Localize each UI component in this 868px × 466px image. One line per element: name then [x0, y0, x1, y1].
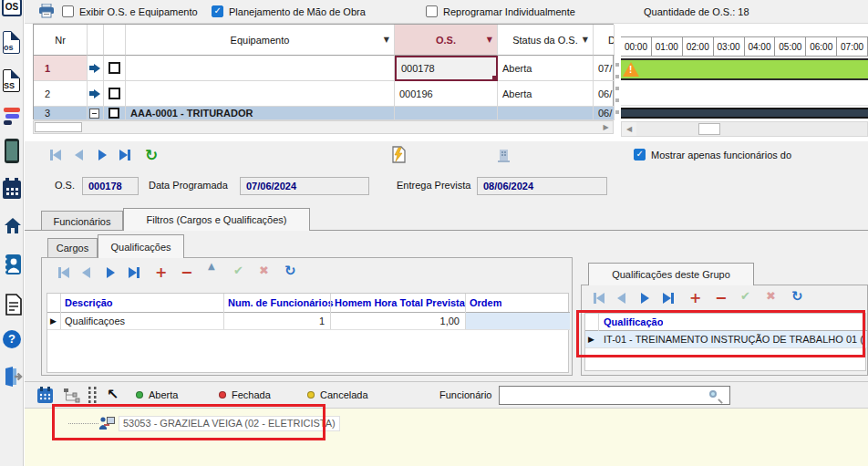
exibir-os-checkbox[interactable] — [62, 5, 74, 17]
funcionario-search-input[interactable] — [499, 386, 730, 405]
panel-nav-last[interactable] — [129, 267, 140, 278]
row3-os[interactable] — [395, 107, 498, 120]
row2-equipamento[interactable] — [126, 81, 395, 107]
scrollbar-thumb[interactable] — [35, 122, 82, 132]
grupo-nav-last[interactable] — [663, 293, 674, 304]
header-homem-hora[interactable]: Homem Hora Total Prevista — [335, 297, 465, 308]
grupo-row[interactable]: ▶ IT-01 - TREINAMENTO INSTRUÇÃO DE TRABA… — [585, 331, 867, 347]
grid-hscrollbar[interactable]: ▶ — [33, 120, 614, 134]
contact-card-icon[interactable] — [3, 254, 23, 277]
row3-equipamento[interactable]: AAA-0001 - TRITURADOR — [126, 107, 395, 120]
cell-ordem[interactable] — [466, 313, 570, 329]
mostrar-funcionarios-checkbox[interactable] — [634, 149, 646, 161]
exit-icon[interactable] — [3, 367, 23, 388]
cancel-button[interactable]: ✖ — [259, 264, 269, 277]
row3-nr[interactable]: 3 — [34, 107, 88, 120]
timeline-hscrollbar[interactable]: ◀ — [621, 121, 868, 137]
cell-qualificacao[interactable]: IT-01 - TREINAMENTO INSTRUÇÃO DE TRABALH… — [604, 334, 865, 345]
entrega-prevista-field[interactable]: 08/06/2024 — [477, 177, 607, 195]
reprogramar-checkbox[interactable] — [426, 5, 438, 17]
subtab-qualificacoes[interactable]: Qualificações — [98, 234, 184, 258]
row2-nr[interactable]: 2 — [34, 81, 88, 107]
tree-item-funcionario[interactable]: 53053 - GRAZIELA VEIGA (02 - ELETRICISTA… — [119, 416, 340, 431]
row1-check-cell[interactable] — [104, 56, 126, 81]
dropdown-icon[interactable]: ▼ — [384, 36, 389, 44]
header-descricao[interactable]: Descrição — [65, 297, 113, 308]
row-checkbox[interactable] — [108, 108, 119, 119]
grupo-add-button[interactable]: + — [689, 289, 701, 306]
cell-num-funcionarios[interactable]: 1 — [223, 316, 325, 326]
ss-document-icon[interactable]: SS — [3, 69, 20, 92]
planejamento-checkbox[interactable] — [212, 5, 223, 17]
help-icon[interactable]: ? — [3, 330, 21, 348]
os-document-icon[interactable]: os — [3, 31, 20, 54]
tab-filtros[interactable]: Filtros (Cargos e Qualificações) — [123, 208, 310, 231]
col-header-check[interactable] — [104, 25, 126, 56]
cell-handle[interactable] — [492, 76, 497, 80]
row1-equipamento[interactable] — [126, 56, 395, 81]
col-header-arrow[interactable] — [88, 25, 104, 56]
row1-nr[interactable]: 1 — [34, 56, 88, 81]
nav-previous-button[interactable] — [75, 150, 83, 161]
row3-collapse-cell[interactable] — [88, 107, 104, 120]
row2-os[interactable]: 000196 — [395, 81, 498, 107]
row2-arrow-cell[interactable] — [88, 81, 104, 107]
grupo-nav-first[interactable] — [594, 293, 604, 304]
row1-date[interactable]: 07/ — [594, 56, 615, 81]
row-checkbox[interactable] — [108, 88, 120, 99]
move-up-button[interactable]: ▲ — [208, 261, 215, 271]
scrollbar-thumb[interactable] — [698, 123, 720, 135]
refresh-grid-button[interactable]: ↻ — [284, 263, 296, 279]
new-document-icon[interactable] — [392, 146, 406, 165]
col-header-nr[interactable]: Nr — [34, 25, 88, 56]
collapse-icon[interactable] — [89, 109, 99, 119]
row3-check-cell[interactable] — [104, 107, 126, 120]
vertical-splitter[interactable] — [615, 55, 620, 137]
header-qualificacao[interactable]: Qualificação — [604, 316, 663, 327]
os-badge-icon[interactable]: OS — [2, 0, 22, 16]
col-header-status[interactable]: Status da O.S. ▼ — [498, 25, 594, 56]
cell-homem-hora[interactable]: 1,00 — [330, 316, 460, 326]
document-icon[interactable] — [4, 294, 24, 317]
confirm-button[interactable]: ✔ — [233, 264, 243, 277]
phone-icon[interactable] — [5, 139, 19, 163]
panel-nav-previous[interactable] — [82, 267, 90, 278]
building-icon[interactable] — [497, 149, 511, 164]
calendar-sidebar-icon[interactable] — [3, 181, 21, 199]
nav-first-button[interactable] — [50, 150, 61, 161]
print-icon[interactable] — [38, 4, 55, 20]
header-ordem[interactable]: Ordem — [470, 297, 501, 308]
nav-last-button[interactable] — [119, 150, 130, 161]
row2-date[interactable]: 06/ — [594, 81, 615, 107]
timeline-row-os2[interactable] — [621, 83, 868, 106]
scroll-left-button[interactable]: ◀ — [622, 122, 636, 136]
cell-descricao[interactable]: Qualificaçoes — [65, 316, 125, 326]
nw-arrow-icon[interactable]: ↖ — [107, 386, 119, 403]
os-value-field[interactable]: 000178 — [82, 177, 139, 195]
search-icon[interactable] — [709, 390, 717, 398]
header-num-funcionarios[interactable]: Num. de Funcionários — [228, 297, 334, 308]
remove-button[interactable]: − — [181, 264, 192, 281]
sliders-icon[interactable] — [86, 387, 98, 405]
tab-funcionarios[interactable]: Funcionários — [41, 211, 123, 231]
dropdown-icon[interactable]: ▼ — [583, 36, 588, 44]
dropdown-icon[interactable]: ▼ — [487, 36, 492, 44]
gantt-bars-icon[interactable] — [4, 108, 20, 127]
timeline-bar-group[interactable] — [621, 108, 868, 119]
row2-status[interactable]: Aberta — [498, 81, 594, 107]
row3-status[interactable] — [498, 107, 594, 120]
grupo-remove-button[interactable]: − — [715, 289, 727, 306]
row1-os-selected-cell[interactable]: 000178 — [395, 56, 498, 81]
col-header-equipamento[interactable]: Equipamento ▼ — [126, 25, 395, 56]
grupo-cancel-button[interactable]: ✖ — [766, 289, 776, 303]
data-programada-field[interactable]: 07/06/2024 — [240, 177, 369, 195]
org-chart-icon[interactable] — [62, 388, 80, 405]
row-checkbox[interactable] — [108, 62, 120, 74]
subtab-cargos[interactable]: Cargos — [47, 238, 98, 257]
nav-next-button[interactable] — [98, 150, 107, 161]
grupo-confirm-button[interactable]: ✔ — [740, 289, 750, 303]
refresh-button[interactable]: ↻ — [145, 146, 158, 164]
row1-status[interactable]: Aberta — [498, 56, 594, 81]
row3-date[interactable]: 06/ — [594, 107, 615, 120]
grupo-refresh-button[interactable]: ↻ — [791, 288, 803, 305]
